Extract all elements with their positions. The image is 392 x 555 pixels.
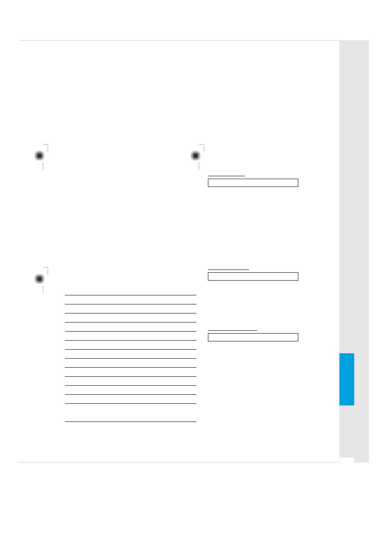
line[interactable] — [65, 413, 196, 422]
input-box[interactable] — [208, 333, 298, 341]
sub-label-underline — [208, 326, 257, 331]
stem-line — [43, 162, 43, 170]
bullet-icon — [32, 272, 47, 286]
line[interactable] — [65, 377, 196, 386]
tab-7[interactable] — [339, 353, 354, 405]
line[interactable] — [65, 350, 196, 359]
page-frame — [19, 40, 339, 463]
right-section-1 — [191, 151, 315, 341]
svg-rect-1 — [37, 154, 42, 158]
line[interactable] — [65, 322, 196, 332]
sub-block-3 — [208, 326, 315, 341]
tab-6[interactable] — [339, 301, 354, 353]
tab-3[interactable] — [339, 145, 354, 197]
tab-1[interactable] — [339, 40, 354, 92]
line[interactable] — [65, 304, 196, 313]
line[interactable] — [65, 395, 196, 404]
sub-block-2 — [208, 265, 315, 281]
svg-rect-3 — [37, 277, 42, 281]
line[interactable] — [65, 313, 196, 322]
svg-rect-5 — [194, 154, 198, 158]
line[interactable] — [65, 368, 196, 377]
tab-4[interactable] — [339, 197, 354, 249]
stem-line — [199, 162, 199, 170]
line[interactable] — [65, 386, 196, 395]
leader-line — [48, 146, 58, 152]
fill-in-lines — [65, 286, 196, 422]
section-tabs — [339, 40, 354, 458]
tab-2[interactable] — [339, 92, 354, 145]
tab-8[interactable] — [339, 405, 354, 458]
line-gap — [65, 404, 196, 413]
sub-label-underline — [208, 265, 249, 270]
sub-block-1 — [208, 171, 315, 187]
leader-line — [204, 146, 214, 152]
line[interactable] — [65, 295, 196, 304]
leader-line — [48, 269, 58, 275]
bullet-icon — [32, 148, 47, 163]
sub-label-underline — [208, 171, 245, 176]
stem-line — [43, 286, 43, 293]
right-gutter — [354, 40, 369, 463]
line[interactable] — [65, 341, 196, 350]
tab-5[interactable] — [339, 249, 354, 301]
line[interactable] — [65, 332, 196, 341]
input-box[interactable] — [208, 179, 298, 187]
line[interactable] — [65, 359, 196, 368]
input-box[interactable] — [208, 272, 298, 281]
bullet-icon — [188, 148, 203, 163]
line[interactable] — [65, 286, 196, 295]
